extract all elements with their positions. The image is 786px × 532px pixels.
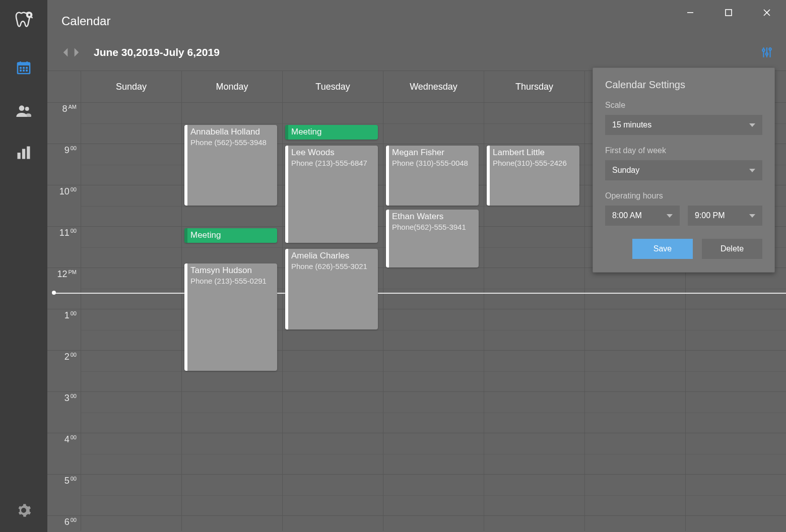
day-header: Wednesday	[383, 71, 484, 102]
main: Calendar J	[47, 0, 786, 532]
scale-value: 15 minutes	[612, 120, 651, 129]
titlebar: Calendar	[47, 0, 786, 32]
sidebar	[0, 0, 47, 532]
scale-select[interactable]: 15 minutes	[605, 115, 762, 135]
next-week-icon[interactable]	[73, 47, 81, 57]
calendar-event[interactable]: Tamsyn HudsonPhone (213)-555-0291	[184, 263, 277, 371]
settings-title: Calendar Settings	[605, 79, 762, 91]
svg-point-26	[766, 53, 768, 55]
event-title: Lambert Little	[493, 148, 575, 158]
svg-point-14	[25, 107, 29, 111]
day-header: Sunday	[81, 71, 181, 102]
svg-rect-17	[27, 147, 30, 159]
svg-rect-16	[22, 149, 25, 159]
event-title: Megan Fisher	[392, 148, 475, 158]
event-title: Lee Woods	[291, 148, 374, 158]
chevron-down-icon	[749, 123, 755, 127]
svg-rect-8	[23, 67, 25, 69]
chevron-down-icon	[749, 169, 755, 172]
calendar-event[interactable]: Meeting	[285, 125, 378, 140]
event-title: Ethan Waters	[392, 212, 475, 222]
event-subtitle: Phone (562)-555-3948	[190, 138, 273, 147]
event-title: Tamsyn Hudson	[190, 265, 273, 276]
settings-sliders-icon[interactable]	[762, 46, 772, 58]
firstday-value: Sunday	[612, 166, 639, 175]
page-title: Calendar	[47, 0, 110, 28]
day-header: Monday	[181, 71, 282, 102]
ophours-start-select[interactable]: 8:00 AM	[605, 206, 680, 226]
event-subtitle: Phone (213)-555-0291	[190, 277, 273, 285]
firstday-label: First day of week	[605, 146, 762, 155]
calendar-event[interactable]: Meeting	[184, 228, 277, 243]
svg-point-25	[762, 49, 764, 51]
save-button[interactable]: Save	[632, 239, 693, 259]
event-subtitle: Phone(310)-555-2426	[493, 159, 575, 167]
window-minimize-icon[interactable]	[671, 0, 709, 25]
firstday-select[interactable]: Sunday	[605, 160, 762, 180]
event-subtitle: Phone (213)-555-6847	[291, 159, 374, 167]
event-subtitle: Phone (310)-555-0048	[392, 159, 475, 167]
event-title: Meeting	[190, 230, 273, 240]
svg-rect-12	[26, 70, 28, 72]
calendar-event[interactable]: Lambert LittlePhone(310)-555-2426	[487, 146, 579, 206]
ophours-label: Operating hours	[605, 191, 762, 201]
calendar-event[interactable]: Megan FisherPhone (310)-555-0048	[386, 146, 479, 206]
calendar-event[interactable]: Annabella HollandPhone (562)-555-3948	[184, 125, 277, 206]
event-subtitle: Phone (626)-555-3021	[291, 262, 374, 271]
svg-line-2	[31, 16, 33, 18]
day-header: Tuesday	[282, 71, 383, 102]
svg-point-13	[19, 105, 25, 111]
event-title: Annabella Holland	[190, 127, 273, 137]
ophours-start-value: 8:00 AM	[612, 211, 642, 220]
svg-rect-10	[20, 70, 22, 72]
svg-point-27	[769, 48, 771, 50]
date-range: June 30,2019-July 6,2019	[94, 46, 220, 58]
calendar-event[interactable]: Lee WoodsPhone (213)-555-6847	[285, 146, 378, 243]
nav-settings-icon[interactable]	[16, 503, 31, 518]
event-title: Amelia Charles	[291, 251, 374, 261]
ophours-end-select[interactable]: 9:00 PM	[688, 206, 762, 226]
event-title: Meeting	[291, 127, 374, 137]
day-header: Thursday	[484, 71, 584, 102]
window-close-icon[interactable]	[748, 0, 786, 25]
nav-stats-icon[interactable]	[16, 146, 31, 159]
nav-people-icon[interactable]	[16, 104, 32, 118]
chevron-down-icon	[749, 214, 755, 218]
svg-rect-4	[18, 63, 30, 65]
window-maximize-icon[interactable]	[709, 0, 748, 25]
now-indicator	[53, 293, 786, 294]
app-logo-icon	[14, 10, 33, 29]
chevron-down-icon	[667, 214, 673, 218]
svg-rect-7	[20, 67, 22, 69]
event-subtitle: Phone(562)-555-3941	[392, 223, 475, 231]
calendar-event[interactable]: Amelia CharlesPhone (626)-555-3021	[285, 249, 378, 329]
svg-rect-9	[26, 67, 28, 69]
svg-rect-15	[18, 153, 21, 159]
svg-rect-19	[726, 10, 732, 16]
subheader: June 30,2019-July 6,2019	[47, 32, 786, 58]
prev-week-icon[interactable]	[61, 47, 70, 57]
svg-rect-11	[23, 70, 25, 72]
calendar-event[interactable]: Ethan WatersPhone(562)-555-3941	[386, 210, 479, 268]
settings-panel: Calendar Settings Scale 15 minutes First…	[593, 68, 775, 273]
nav-calendar-icon[interactable]	[16, 59, 32, 76]
delete-button[interactable]: Delete	[702, 239, 762, 259]
scale-label: Scale	[605, 101, 762, 110]
ophours-end-value: 9:00 PM	[695, 211, 725, 220]
